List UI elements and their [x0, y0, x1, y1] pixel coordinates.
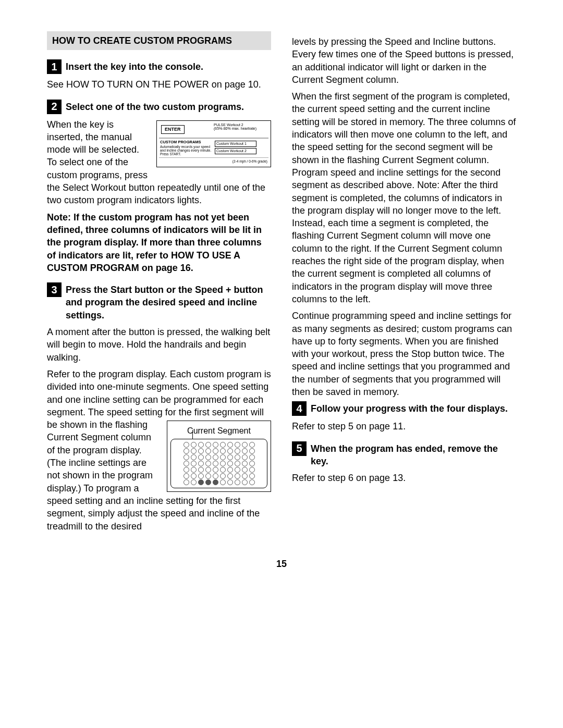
- custom-programs-header: CUSTOM PROGRAMS: [160, 140, 213, 144]
- pulse-workout-label: PULSE Workout 2: [214, 123, 268, 127]
- step-1-p1: See HOW TO TURN ON THE POWER on page 10.: [47, 78, 271, 91]
- step-4-title: Follow your progress with the four displ…: [311, 402, 508, 415]
- step-2-note: Note: If the custom program has not yet …: [47, 211, 271, 274]
- step-5-title: When the program has ended, remove the k…: [311, 442, 516, 468]
- step-number-5: 5: [292, 441, 307, 456]
- speed-grade-label: (2-4 mph / 0-6% grade): [232, 159, 267, 163]
- step-number-4: 4: [292, 401, 307, 416]
- step-3-p4: When the first segment of the program is…: [292, 90, 516, 305]
- step-number-1: 1: [47, 59, 62, 74]
- step-3-p1: A moment after the button is pressed, th…: [47, 326, 271, 364]
- step-3-title: Press the Start button or the Speed + bu…: [66, 283, 271, 322]
- step-3: 3 Press the Start button or the Speed + …: [47, 283, 271, 533]
- console-diagram: ENTER PULSE Workout 2 (65%-80% max. hear…: [156, 120, 271, 168]
- step-5-p1: Refer to step 6 on page 13.: [292, 472, 516, 484]
- step-3-p5: Continue programming speed and incline s…: [292, 310, 516, 398]
- step-number-3: 3: [47, 282, 62, 297]
- custom-programs-desc: Automatically records your speed and inc…: [160, 145, 213, 156]
- pulse-workout-sub: (65%-80% max. heartrate): [214, 127, 268, 131]
- step-1-title: Insert the key into the console.: [66, 60, 203, 73]
- step-3-p3: levels by pressing the Speed and Incline…: [292, 35, 516, 86]
- section-header: HOW TO CREATE CUSTOM PROGRAMS: [47, 31, 271, 50]
- current-segment-label: Current Segment: [170, 425, 267, 437]
- enter-button-label: ENTER: [161, 125, 185, 134]
- step-2-p1a: When the key is inserted, the manual mod…: [47, 119, 148, 180]
- step-2-p1b: the Select Workout button repeatedly unt…: [47, 182, 265, 205]
- step-5: 5 When the program has ended, remove the…: [292, 442, 516, 485]
- custom-workout-1-label: Custom Workout 1: [215, 141, 256, 147]
- step-4: 4 Follow your progress with the four dis…: [292, 402, 516, 433]
- step-3-p2-wrap: Refer to the program display. Each custo…: [47, 368, 271, 533]
- segment-display-diagram: Current Segment: [167, 421, 271, 492]
- custom-workout-2-label: Custom Workout 2: [215, 148, 256, 154]
- step-2-title: Select one of the two custom programs.: [66, 101, 244, 113]
- step-2: 2 Select one of the two custom programs.…: [47, 101, 271, 275]
- step-1: 1 Insert the key into the console. See H…: [47, 60, 271, 91]
- step-number-2: 2: [47, 100, 62, 114]
- step-4-p1: Refer to step 5 on page 11.: [292, 420, 516, 433]
- indicator-grid: [170, 439, 267, 488]
- page-number: 15: [47, 558, 516, 570]
